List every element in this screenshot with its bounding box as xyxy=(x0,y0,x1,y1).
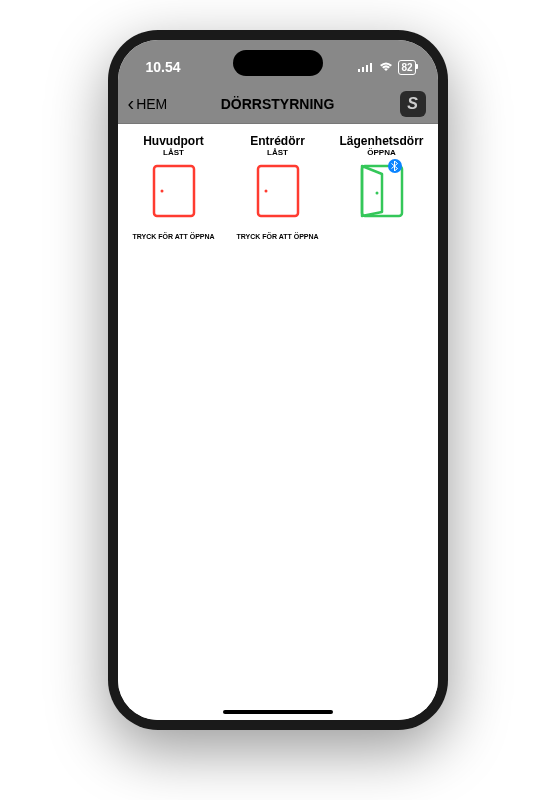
status-time: 10.54 xyxy=(146,59,181,75)
door-status: ÖPPNA xyxy=(367,148,395,157)
svg-point-7 xyxy=(264,190,267,193)
dynamic-island xyxy=(233,50,323,76)
door-locked-icon xyxy=(152,163,196,219)
door-open-icon xyxy=(354,163,410,219)
bluetooth-icon xyxy=(388,159,402,173)
back-label: HEM xyxy=(136,96,167,112)
door-hint: TRYCK FÖR ATT ÖPPNA xyxy=(236,233,318,240)
chevron-left-icon: ‹ xyxy=(128,92,135,115)
svg-rect-2 xyxy=(366,65,368,72)
svg-rect-1 xyxy=(362,67,364,72)
door-hint: TRYCK FÖR ATT ÖPPNA xyxy=(132,233,214,240)
door-name: Huvudport xyxy=(143,134,204,148)
status-icons: 82 xyxy=(358,59,415,75)
svg-rect-6 xyxy=(258,166,298,216)
battery-icon: 82 xyxy=(398,60,415,75)
wifi-icon xyxy=(378,59,394,75)
door-entredorr[interactable]: Entrédörr LÅST TRYCK FÖR ATT ÖPPNA xyxy=(228,132,328,242)
door-status: LÅST xyxy=(267,148,288,157)
svg-rect-0 xyxy=(358,69,360,72)
nav-bar: ‹ HEM DÖRRSTYRNING S xyxy=(118,84,438,124)
door-name: Lägenhetsdörr xyxy=(339,134,423,148)
phone-screen: 10.54 82 xyxy=(118,40,438,720)
door-status: LÅST xyxy=(163,148,184,157)
door-name: Entrédörr xyxy=(250,134,305,148)
svg-point-9 xyxy=(375,192,378,195)
content-area: Huvudport LÅST TRYCK FÖR ATT ÖPPNA Entré… xyxy=(118,124,438,720)
page-title: DÖRRSTYRNING xyxy=(221,96,335,112)
svg-point-5 xyxy=(160,190,163,193)
phone-frame: 10.54 82 xyxy=(108,30,448,730)
battery-level: 82 xyxy=(401,62,412,73)
door-huvudport[interactable]: Huvudport LÅST TRYCK FÖR ATT ÖPPNA xyxy=(124,132,224,242)
svg-rect-3 xyxy=(370,63,372,72)
home-indicator[interactable] xyxy=(223,710,333,714)
svg-rect-4 xyxy=(154,166,194,216)
door-grid: Huvudport LÅST TRYCK FÖR ATT ÖPPNA Entré… xyxy=(124,132,432,242)
door-locked-icon xyxy=(256,163,300,219)
signal-icon xyxy=(358,59,374,75)
back-button[interactable]: ‹ HEM xyxy=(118,92,168,115)
door-lagenhetsdorr[interactable]: Lägenhetsdörr ÖPPNA xyxy=(332,132,432,242)
app-logo-icon[interactable]: S xyxy=(400,91,426,117)
